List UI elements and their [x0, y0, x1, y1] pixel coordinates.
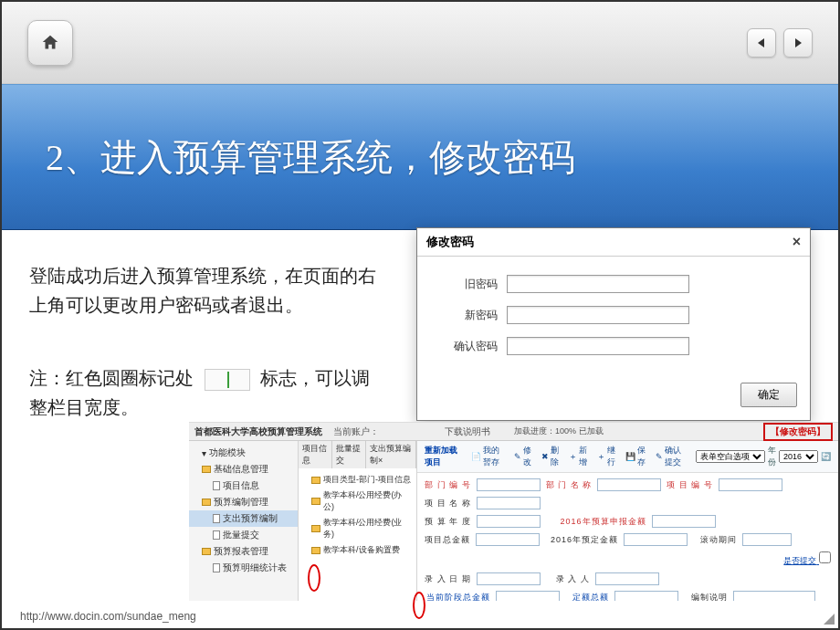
form-label: 预 算 年 度	[425, 516, 471, 528]
stage-total-input[interactable]	[496, 591, 560, 601]
tree-root[interactable]: 项目类型-部门-项目信息	[299, 472, 416, 488]
form-label: 2016年预算申报金额	[546, 516, 646, 528]
sidebar-item[interactable]: 预算编制管理	[189, 494, 298, 510]
old-password-label: 旧密码	[434, 277, 498, 292]
footer-url: http://www.docin.com/sundae_meng	[20, 610, 196, 623]
form-label: 录 入 人	[546, 573, 590, 585]
toolbar-add[interactable]: ＋ 新增	[569, 445, 590, 468]
sidebar-item[interactable]: 预算报表管理	[189, 543, 298, 560]
sidebar-item-selected[interactable]: 支出预算编制	[189, 510, 298, 527]
current-account-label: 当前账户：	[328, 425, 384, 438]
page-icon	[213, 563, 220, 572]
folder-icon	[311, 547, 320, 554]
form-label: 部 门 名 称	[546, 479, 593, 491]
new-password-input[interactable]	[507, 306, 689, 324]
dept-code-input[interactable]	[477, 478, 541, 491]
mid-tab[interactable]: 批量提交	[332, 441, 366, 468]
proj-name-input[interactable]	[477, 497, 541, 509]
declare-amount-input[interactable]	[652, 515, 716, 528]
folder-icon	[311, 525, 320, 532]
folder-icon	[202, 499, 211, 506]
dialog-close-button[interactable]: ×	[793, 234, 801, 250]
toolbar-reload[interactable]: 重新加载项目	[425, 445, 464, 468]
total-amount-input[interactable]	[476, 533, 540, 546]
submit-toggle-link[interactable]: 是否提交	[783, 551, 831, 567]
budget-app: 首都医科大学高校预算管理系统 当前账户： 下载说明书 加载进度：100% 已加载…	[189, 422, 838, 601]
home-button[interactable]	[27, 20, 73, 66]
triangle-left-icon	[756, 37, 767, 48]
tree-item[interactable]: 教学本科/设备购置费	[299, 542, 416, 558]
form-label: 部 门 编 号	[425, 479, 471, 491]
sidebar-item[interactable]: 基础信息管理	[189, 461, 298, 478]
folder-icon	[202, 466, 211, 473]
quota-total-input[interactable]	[614, 591, 678, 601]
load-progress: 加载进度：100% 已加载	[514, 425, 604, 437]
form-label: 编制说明	[684, 592, 728, 602]
form-label: 项 目 编 号	[667, 479, 713, 491]
year-label: 年份	[768, 445, 776, 468]
proj-code-input[interactable]	[719, 478, 782, 491]
red-circle-marker	[308, 564, 320, 592]
resize-grip-icon[interactable]	[822, 612, 835, 625]
triangle-right-icon	[793, 37, 803, 48]
toolbar-submit[interactable]: ✎ 确认提交	[656, 445, 688, 468]
column-resize-marker	[205, 369, 250, 391]
toolbar-edit[interactable]: ✎ 修改	[514, 445, 534, 468]
toolbar-addrow[interactable]: ＋ 继行	[597, 445, 618, 468]
slide-title: 2、进入预算管理系统，修改密码	[46, 132, 575, 183]
sidebar-item[interactable]: 批量提交	[189, 527, 298, 543]
mid-tab[interactable]: 支出预算编制×	[366, 441, 416, 468]
folder-icon	[311, 498, 320, 505]
old-password-input[interactable]	[507, 275, 689, 293]
form-label: 项目总金额	[425, 534, 470, 546]
next-slide-button[interactable]	[783, 28, 813, 58]
app-main: 重新加载项目 📄 我的暂存 ✎ 修改 ✖ 删除 ＋ 新增 ＋ 继行 💾 保存 ✎…	[417, 441, 838, 601]
confirm-password-input[interactable]	[507, 337, 689, 355]
confirm-button[interactable]: 确定	[740, 383, 797, 407]
tree-item[interactable]: 教学本科/公用经费(办公)	[299, 488, 416, 515]
page-icon	[213, 481, 220, 490]
entry-date-input[interactable]	[477, 572, 541, 585]
form-label: 2016年预定金额	[545, 534, 618, 546]
form-blank-select[interactable]: 表单空白选项	[696, 450, 765, 463]
app-sidebar: ▾ 功能模块 基础信息管理 项目信息 预算编制管理 支出预算编制 批量提交 预算…	[189, 441, 299, 601]
red-circle-marker	[413, 592, 425, 619]
form-label[interactable]: 当前阶段总金额	[425, 592, 490, 602]
download-manual-link[interactable]: 下载说明书	[439, 425, 496, 438]
page-icon	[213, 514, 220, 523]
refresh-icon[interactable]: 🔄	[821, 452, 831, 461]
new-password-label: 新密码	[434, 308, 498, 323]
budget-year-input[interactable]	[477, 515, 541, 528]
rolling-period-input[interactable]	[742, 533, 792, 546]
form-label: 项 目 名 称	[425, 498, 471, 509]
change-password-link[interactable]: 【修改密码】	[763, 423, 833, 441]
folder-icon	[202, 548, 211, 555]
prev-slide-button[interactable]	[747, 28, 776, 58]
toolbar-save[interactable]: 💾 保存	[625, 445, 648, 468]
entry-person-input[interactable]	[595, 572, 659, 585]
sidebar-item[interactable]: 项目信息	[189, 478, 298, 494]
home-icon	[40, 33, 60, 53]
remark-input[interactable]	[733, 591, 815, 601]
slide-note: 注：红色圆圈标记处 标志，可以调整栏目宽度。	[29, 363, 376, 422]
dept-name-input[interactable]	[597, 478, 661, 491]
dialog-title: 修改密码	[426, 234, 474, 250]
year-select[interactable]: 2016	[779, 450, 818, 463]
submit-checkbox[interactable]	[819, 551, 831, 563]
form-label[interactable]: 定额总额	[565, 592, 609, 602]
slide-description: 登陆成功后进入预算管理系统，在页面的右上角可以更改用户密码或者退出。	[29, 261, 376, 320]
scheduled-amount-input[interactable]	[624, 533, 688, 546]
app-title: 首都医科大学高校预算管理系统	[189, 425, 328, 438]
confirm-password-label: 确认密码	[434, 339, 498, 354]
change-password-dialog: 修改密码 × 旧密码 新密码 确认密码 确定	[416, 227, 811, 421]
sidebar-root[interactable]: ▾ 功能模块	[189, 445, 298, 461]
form-label: 录 入 日 期	[425, 573, 471, 585]
mid-tab[interactable]: 项目信息	[299, 441, 332, 468]
form-label: 滚动期间	[693, 534, 737, 546]
page-icon	[213, 530, 220, 540]
sidebar-item[interactable]: 预算明细统计表	[189, 560, 298, 576]
toolbar-delete[interactable]: ✖ 删除	[541, 445, 562, 468]
toolbar-draft[interactable]: 📄 我的暂存	[471, 445, 507, 468]
folder-icon	[311, 477, 320, 484]
tree-item[interactable]: 教学本科/公用经费(业务)	[299, 515, 416, 542]
